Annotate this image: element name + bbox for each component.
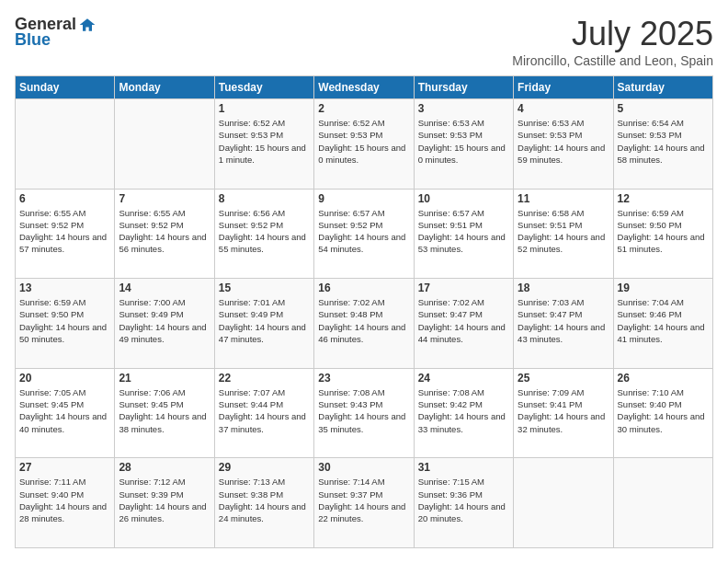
day-number: 24 — [418, 372, 509, 385]
cell-content: Sunrise: 7:02 AM Sunset: 9:47 PM Dayligh… — [418, 296, 509, 345]
day-number: 29 — [219, 461, 310, 474]
calendar-cell: 17Sunrise: 7:02 AM Sunset: 9:47 PM Dayli… — [414, 279, 513, 369]
cell-content: Sunrise: 7:00 AM Sunset: 9:49 PM Dayligh… — [119, 296, 210, 345]
calendar-cell: 4Sunrise: 6:53 AM Sunset: 9:53 PM Daylig… — [514, 99, 613, 190]
cell-content: Sunrise: 6:59 AM Sunset: 9:50 PM Dayligh… — [19, 296, 110, 345]
calendar-cell: 2Sunrise: 6:52 AM Sunset: 9:53 PM Daylig… — [314, 99, 414, 190]
day-number: 10 — [418, 192, 509, 205]
day-number: 8 — [219, 192, 310, 205]
cell-content: Sunrise: 7:10 AM Sunset: 9:40 PM Dayligh… — [618, 386, 709, 435]
calendar-cell: 11Sunrise: 6:58 AM Sunset: 9:51 PM Dayli… — [514, 189, 613, 279]
calendar-cell: 6Sunrise: 6:55 AM Sunset: 9:52 PM Daylig… — [16, 189, 115, 279]
header: General Blue July 2025 Mironcillo, Casti… — [15, 15, 713, 68]
day-number: 16 — [318, 282, 409, 294]
cell-content: Sunrise: 7:08 AM Sunset: 9:42 PM Dayligh… — [418, 386, 509, 435]
calendar-cell: 5Sunrise: 6:54 AM Sunset: 9:53 PM Daylig… — [613, 99, 712, 190]
cell-content: Sunrise: 7:15 AM Sunset: 9:36 PM Dayligh… — [418, 476, 509, 524]
day-number: 2 — [318, 102, 409, 115]
calendar-cell — [613, 458, 712, 548]
day-number: 14 — [119, 282, 210, 294]
logo: General Blue — [15, 15, 97, 50]
calendar-cell — [115, 99, 214, 190]
calendar-cell: 14Sunrise: 7:00 AM Sunset: 9:49 PM Dayli… — [115, 279, 214, 369]
day-number: 12 — [618, 192, 709, 205]
day-number: 21 — [119, 372, 210, 385]
title-section: July 2025 Mironcillo, Castille and Leon,… — [512, 15, 713, 68]
calendar-week-3: 13Sunrise: 6:59 AM Sunset: 9:50 PM Dayli… — [16, 279, 713, 369]
day-header-saturday: Saturday — [613, 76, 712, 99]
day-number: 25 — [518, 372, 609, 385]
cell-content: Sunrise: 6:52 AM Sunset: 9:53 PM Dayligh… — [219, 117, 310, 166]
day-number: 28 — [119, 461, 210, 474]
calendar-cell: 30Sunrise: 7:14 AM Sunset: 9:37 PM Dayli… — [314, 458, 414, 548]
day-number: 31 — [418, 461, 509, 474]
day-number: 5 — [618, 102, 709, 115]
day-number: 26 — [618, 372, 709, 385]
day-number: 18 — [518, 282, 609, 294]
day-number: 30 — [318, 461, 409, 474]
calendar-cell — [16, 99, 115, 190]
cell-content: Sunrise: 6:57 AM Sunset: 9:52 PM Dayligh… — [318, 207, 409, 256]
cell-content: Sunrise: 6:53 AM Sunset: 9:53 PM Dayligh… — [418, 117, 509, 166]
cell-content: Sunrise: 6:59 AM Sunset: 9:50 PM Dayligh… — [618, 207, 709, 256]
calendar-cell: 8Sunrise: 6:56 AM Sunset: 9:52 PM Daylig… — [214, 189, 313, 279]
day-number: 4 — [518, 102, 609, 115]
cell-content: Sunrise: 7:05 AM Sunset: 9:45 PM Dayligh… — [19, 386, 110, 435]
cell-content: Sunrise: 6:54 AM Sunset: 9:53 PM Dayligh… — [618, 117, 709, 166]
cell-content: Sunrise: 7:01 AM Sunset: 9:49 PM Dayligh… — [219, 296, 310, 345]
day-number: 20 — [19, 372, 110, 385]
calendar-week-5: 27Sunrise: 7:11 AM Sunset: 9:40 PM Dayli… — [16, 458, 713, 548]
calendar-cell: 24Sunrise: 7:08 AM Sunset: 9:42 PM Dayli… — [414, 368, 513, 458]
day-header-thursday: Thursday — [414, 76, 513, 99]
calendar-cell: 31Sunrise: 7:15 AM Sunset: 9:36 PM Dayli… — [414, 458, 513, 548]
calendar-cell: 22Sunrise: 7:07 AM Sunset: 9:44 PM Dayli… — [214, 368, 313, 458]
calendar-cell: 20Sunrise: 7:05 AM Sunset: 9:45 PM Dayli… — [16, 368, 115, 458]
calendar-week-1: 1Sunrise: 6:52 AM Sunset: 9:53 PM Daylig… — [16, 99, 713, 190]
month-title: July 2025 — [512, 15, 713, 53]
page: General Blue July 2025 Mironcillo, Casti… — [0, 0, 728, 563]
day-number: 19 — [618, 282, 709, 294]
day-number: 9 — [318, 192, 409, 205]
cell-content: Sunrise: 7:13 AM Sunset: 9:38 PM Dayligh… — [219, 476, 310, 524]
calendar-table: SundayMondayTuesdayWednesdayThursdayFrid… — [15, 75, 713, 548]
calendar-cell: 18Sunrise: 7:03 AM Sunset: 9:47 PM Dayli… — [514, 279, 613, 369]
cell-content: Sunrise: 6:55 AM Sunset: 9:52 PM Dayligh… — [19, 207, 110, 256]
cell-content: Sunrise: 6:55 AM Sunset: 9:52 PM Dayligh… — [119, 207, 210, 256]
day-number: 27 — [19, 461, 110, 474]
cell-content: Sunrise: 6:52 AM Sunset: 9:53 PM Dayligh… — [318, 117, 409, 166]
day-header-tuesday: Tuesday — [214, 76, 313, 99]
day-number: 13 — [19, 282, 110, 294]
calendar-cell: 26Sunrise: 7:10 AM Sunset: 9:40 PM Dayli… — [613, 368, 712, 458]
cell-content: Sunrise: 7:11 AM Sunset: 9:40 PM Dayligh… — [19, 476, 110, 524]
calendar-cell: 25Sunrise: 7:09 AM Sunset: 9:41 PM Dayli… — [514, 368, 613, 458]
calendar-cell: 9Sunrise: 6:57 AM Sunset: 9:52 PM Daylig… — [314, 189, 414, 279]
cell-content: Sunrise: 6:56 AM Sunset: 9:52 PM Dayligh… — [219, 207, 310, 256]
cell-content: Sunrise: 7:06 AM Sunset: 9:45 PM Dayligh… — [119, 386, 210, 435]
cell-content: Sunrise: 7:03 AM Sunset: 9:47 PM Dayligh… — [518, 296, 609, 345]
cell-content: Sunrise: 7:09 AM Sunset: 9:41 PM Dayligh… — [518, 386, 609, 435]
day-header-sunday: Sunday — [16, 76, 115, 99]
day-number: 17 — [418, 282, 509, 294]
cell-content: Sunrise: 7:04 AM Sunset: 9:46 PM Dayligh… — [618, 296, 709, 345]
cell-content: Sunrise: 6:57 AM Sunset: 9:51 PM Dayligh… — [418, 207, 509, 256]
calendar-cell: 28Sunrise: 7:12 AM Sunset: 9:39 PM Dayli… — [115, 458, 214, 548]
calendar-cell: 16Sunrise: 7:02 AM Sunset: 9:48 PM Dayli… — [314, 279, 414, 369]
day-number: 1 — [219, 102, 310, 115]
cell-content: Sunrise: 7:12 AM Sunset: 9:39 PM Dayligh… — [119, 476, 210, 524]
day-number: 6 — [19, 192, 110, 205]
calendar-cell: 23Sunrise: 7:08 AM Sunset: 9:43 PM Dayli… — [314, 368, 414, 458]
cell-content: Sunrise: 7:14 AM Sunset: 9:37 PM Dayligh… — [318, 476, 409, 524]
calendar-cell: 19Sunrise: 7:04 AM Sunset: 9:46 PM Dayli… — [613, 279, 712, 369]
cell-content: Sunrise: 7:08 AM Sunset: 9:43 PM Dayligh… — [318, 386, 409, 435]
cell-content: Sunrise: 7:07 AM Sunset: 9:44 PM Dayligh… — [219, 386, 310, 435]
location-title: Mironcillo, Castille and Leon, Spain — [512, 53, 713, 68]
calendar-cell: 21Sunrise: 7:06 AM Sunset: 9:45 PM Dayli… — [115, 368, 214, 458]
calendar-week-2: 6Sunrise: 6:55 AM Sunset: 9:52 PM Daylig… — [16, 189, 713, 279]
logo-blue-text: Blue — [15, 30, 51, 50]
calendar-cell: 12Sunrise: 6:59 AM Sunset: 9:50 PM Dayli… — [613, 189, 712, 279]
day-number: 7 — [119, 192, 210, 205]
calendar-cell: 10Sunrise: 6:57 AM Sunset: 9:51 PM Dayli… — [414, 189, 513, 279]
day-header-wednesday: Wednesday — [314, 76, 414, 99]
calendar-cell: 29Sunrise: 7:13 AM Sunset: 9:38 PM Dayli… — [214, 458, 313, 548]
calendar-week-4: 20Sunrise: 7:05 AM Sunset: 9:45 PM Dayli… — [16, 368, 713, 458]
